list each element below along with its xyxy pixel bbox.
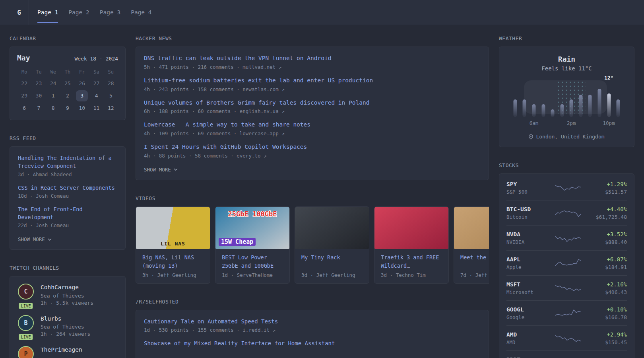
feed-item: Lowercase – A simple way to take and sha… [144, 121, 481, 136]
stock-name: Apple [506, 264, 549, 270]
calendar-day: 5 [104, 90, 118, 102]
nav-tab-label: Page 3 [100, 9, 120, 16]
nav-tab[interactable]: Page 2 [68, 0, 89, 25]
feed-item-meta: 22d · Josh Comeau [18, 222, 117, 228]
feed-item: Cautionary Tale on Automated Speed Tests… [144, 317, 481, 333]
avatar: C [18, 284, 34, 300]
stock-row[interactable]: MSFT Microsoft +2.16% $406.43 [506, 276, 627, 301]
video-card[interactable]: LIL NAS Big NAS, Lil NAS (moving 13) 3h … [136, 206, 210, 284]
calendar-day: 3 [75, 90, 89, 102]
stock-name: NVIDIA [506, 239, 549, 245]
video-card[interactable]: My Tiny Rack 3d · Jeff Geerling [295, 206, 369, 284]
feed-item: Handling The Indentation of a Treeview C… [18, 154, 117, 177]
rss-show-more-button[interactable]: SHOW MORE [18, 235, 117, 244]
feed-item-title[interactable]: Cautionary Tale on Automated Speed Tests [144, 317, 481, 326]
stock-row[interactable]: AAPL Apple +6.87% $184.91 [506, 251, 627, 276]
app-logo[interactable]: G [10, 0, 29, 25]
video-thumbnail[interactable]: 25GbE 100GbE 15W Cheap [215, 207, 289, 249]
stock-sparkline [549, 257, 586, 269]
video-card[interactable]: 25GbE 100GbE 15W Cheap BEST Low Power 25… [215, 206, 290, 284]
stock-change: +4.40% [586, 206, 627, 212]
stock-price: $184.91 [586, 264, 627, 270]
nav-tab[interactable]: Page 3 [100, 0, 120, 25]
feed-item-title[interactable]: Unique volumes of Brothers Grimm fairy t… [144, 99, 481, 107]
calendar-day: 1 [46, 90, 60, 102]
twitch-avatar-wrap: C LIVE [17, 284, 35, 306]
weather-temp-bar [617, 99, 620, 117]
calendar-day: 7 [31, 102, 46, 114]
thumbnail-overlay-text: 15W Cheap [219, 238, 256, 246]
twitch-widget: C LIVE CohhCarnage Sea of Thieves 1h · 5… [10, 276, 126, 358]
feed-item-title[interactable]: I Spent 24 Hours with GitHub Copilot Wor… [144, 143, 481, 152]
feed-item-title[interactable]: Lithium-free sodium batteries exit the l… [144, 76, 481, 85]
twitch-channel[interactable]: P LIVE ThePrimeagen [17, 346, 118, 358]
right-column: WEATHER Rain Feels like 11°C 12° 6am2pm1… [499, 35, 634, 358]
stock-row[interactable]: AMD AMD +2.94% $150.45 [506, 326, 627, 351]
video-title[interactable]: My Tiny Rack [301, 253, 363, 270]
page-tabs: Page 1 Page 2 Page 3 Page 4 [37, 0, 152, 25]
twitch-avatar-wrap: P LIVE [17, 346, 35, 358]
calendar-weekday: Fr [75, 67, 89, 77]
center-column: HACKER NEWS DNS traffic can leak outside… [136, 35, 489, 358]
twitch-channel-name[interactable]: ThePrimeagen [41, 346, 82, 354]
hackernews-show-more-button[interactable]: SHOW MORE [144, 165, 481, 174]
nav-tab-label: Page 2 [68, 9, 89, 16]
stock-row[interactable]: NVDA NVIDIA +3.52% $888.40 [506, 226, 627, 251]
video-title[interactable]: Traefik 3 and FREE Wildcard… [381, 253, 442, 270]
weather-temp-bar [532, 104, 535, 117]
calendar-day: 23 [31, 77, 46, 90]
dashboard: CALENDAR May Week 18 · 2024 MoTuWeThFrSa… [0, 25, 644, 358]
weather-current-temp: 12° [604, 75, 613, 81]
stock-symbol: MSFT [506, 281, 549, 288]
stock-row[interactable]: SPY S&P 500 +1.29% $511.57 [506, 175, 627, 200]
feed-item-title[interactable]: The End of Front-End Development [18, 205, 117, 222]
video-card[interactable]: FAS Meet the Linux Clu 7d · Jeff Geerlin… [454, 206, 489, 284]
video-thumbnail[interactable] [374, 207, 448, 249]
calendar-day: 9 [60, 102, 75, 114]
video-title[interactable]: BEST Low Power 25GbE and 100GbE Switch… [222, 253, 283, 270]
stock-change: +0.10% [586, 306, 627, 313]
stock-row[interactable]: GOOGL Google +0.10% $166.78 [506, 301, 627, 326]
stock-price: $166.78 [586, 314, 627, 320]
feed-item-meta: 3d · Ahmad Shadeed [18, 171, 117, 177]
weather-temp-bar [598, 89, 601, 117]
left-column: CALENDAR May Week 18 · 2024 MoTuWeThFrSa… [10, 35, 126, 358]
stock-symbol: GOOGL [506, 306, 549, 313]
video-title[interactable]: Big NAS, Lil NAS (moving 13) [142, 253, 204, 270]
twitch-channel-name[interactable]: CohhCarnage [41, 284, 93, 292]
reddit-widget: Cautionary Tale on Automated Speed Tests… [136, 310, 489, 358]
weather-widget: Rain Feels like 11°C 12° 6am2pm10pm Lond… [499, 47, 634, 147]
stock-row[interactable]: RDDT Reddit -1.65% [506, 351, 627, 358]
videos-widget: LIL NAS Big NAS, Lil NAS (moving 13) 3h … [136, 206, 489, 284]
weather-section: WEATHER Rain Feels like 11°C 12° 6am2pm1… [499, 35, 634, 147]
feed-item-title[interactable]: Lowercase – A simple way to take and sha… [144, 121, 481, 129]
video-card[interactable]: Traefik 3 and FREE Wildcard… 3d · Techno… [374, 206, 449, 284]
feed-item-title[interactable]: DNS traffic can leak outside the VPN tun… [144, 54, 481, 63]
video-meta: 3d · Techno Tim [381, 272, 442, 278]
nav-tab[interactable]: Page 4 [131, 0, 151, 25]
feed-item-title[interactable]: Handling The Indentation of a Treeview C… [18, 154, 117, 170]
feed-item: DNS traffic can leak outside the VPN tun… [144, 54, 481, 70]
stock-symbol: BTC-USD [506, 206, 549, 212]
video-title[interactable]: Meet the Linux Clu [460, 253, 489, 270]
video-thumbnail[interactable] [295, 207, 369, 249]
feed-item-title[interactable]: CSS in React Server Components [18, 184, 117, 192]
top-nav: G Page 1 Page 2 Page 3 Page 4 [0, 0, 644, 25]
video-thumbnail[interactable]: LIL NAS [136, 207, 210, 249]
stock-symbol: AMD [506, 331, 549, 338]
twitch-channel-name[interactable]: Blurbs [41, 315, 90, 323]
feed-item-title[interactable]: Showcase of my Mixed Reality Interface f… [144, 339, 481, 348]
live-badge: LIVE [18, 333, 33, 340]
nav-tab-label: Page 1 [37, 9, 58, 16]
stock-symbol: AAPL [506, 256, 549, 263]
twitch-channel[interactable]: B LIVE Blurbs Sea of Thieves 1h · 264 vi… [17, 315, 118, 337]
video-thumbnail[interactable]: FAS [454, 207, 489, 249]
calendar-weekday: Tu [31, 67, 46, 77]
live-badge: LIVE [18, 302, 33, 309]
calendar-weekday: Mo [17, 67, 31, 77]
weather-time-axis: 6am2pm10pm [510, 120, 623, 127]
twitch-channel[interactable]: C LIVE CohhCarnage Sea of Thieves 1h · 5… [17, 284, 118, 306]
stock-row[interactable]: BTC-USD Bitcoin +4.40% $61,725.48 [506, 200, 627, 226]
weather-temp-bar [588, 95, 592, 117]
nav-tab[interactable]: Page 1 [37, 0, 58, 25]
